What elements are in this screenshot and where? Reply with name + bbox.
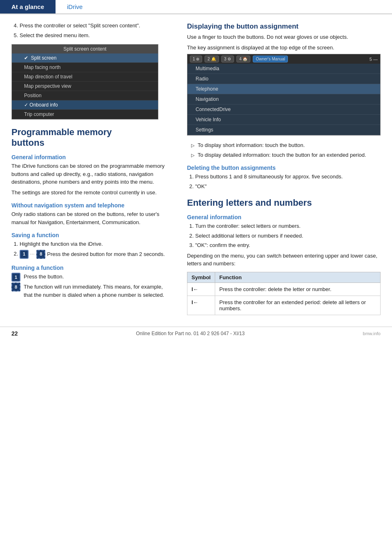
idrive-menu-settings: Settings [187,125,380,135]
idrive-btn-owners-manual: Owner's Manual [253,56,288,62]
idrive-menu-telephone: Telephone [187,84,380,94]
saving-step2: 1 ··· 8 Press the desired button for mor… [20,250,172,259]
idrive-menu-connecteddrive: ConnectedDrive [187,105,380,115]
delete-step2: "OK" [195,182,381,191]
idrive-menu-multimedia: Multimedia [187,64,380,74]
idrive-menu-navigation: Navigation [187,94,380,105]
running-btn-8-icon: 8 [11,282,20,291]
menu-title-bar: Split screen content [12,44,158,53]
general-info2-subtitle: General information [187,214,381,220]
menu-item-split-screen: ✔ Split screen [12,53,158,63]
menu-item-position: Position [12,91,158,100]
without-nav-para: Only radio stations can be stored on the… [11,210,172,226]
entering-step1: Turn the controller: select letters or n… [195,222,381,230]
edition-text: Online Edition for Part no. 01 40 2 926 … [136,331,245,336]
menu-item-trip-computer: Trip computer [12,110,158,119]
function-cell-2: Press the controller for an extended per… [215,296,380,315]
idrive-btn-4: 4 🏠 [236,56,250,62]
menu-item-onboard-info: ✓ Onboard info [12,100,158,110]
entering-step2: Select additional letters or numbers if … [195,232,381,240]
bullet-detailed-info: To display detailed information: touch t… [191,151,381,159]
idrive-btn-2: 2 🔔 [205,56,218,62]
step-5: Select the desired menu item. [20,31,172,40]
split-screen-menu: Split screen content ✔ Split screen Map … [11,44,158,120]
running-step-icons: 1 8 [11,273,20,291]
menu-item-map-direction: Map direction of travel [12,72,158,82]
general-info-para2: The settings are stored for the remote c… [11,189,172,197]
bullet-short-info: To display short information: touch the … [191,141,381,149]
footer: 22 Online Edition for Part no. 01 40 2 9… [0,327,392,340]
symbol-cell-1: I← [187,282,215,296]
step-4: Press the controller or select "Split sc… [20,22,172,30]
tab-at-a-glance[interactable]: At a glance [0,0,56,13]
idrive-menu-vehicle-info: Vehicle Info [187,115,380,125]
button-1-icon: 1 [20,250,29,259]
entering-steps: Turn the controller: select letters or n… [187,222,381,249]
idrive-top-bar: 1 ⊕ 2 🔔 3 ⚙ 4 🏠 Owner's Manual 5 — [187,54,380,64]
menu-item-map-perspective: Map perspective view [12,82,158,91]
button-8-icon: 8 [36,250,45,259]
header-tabs: At a glance iDrive [0,0,392,14]
right-column: Displaying the button assignment Use a f… [180,22,392,315]
left-column: Press the controller or select "Split sc… [0,22,180,315]
idrive-menu-radio: Radio [187,74,380,84]
function-cell-1: Press the controller: delete the letter … [215,282,380,296]
dots-icon: ··· [30,251,35,257]
running-para: The function will run immediately. This … [24,283,172,299]
general-info-subtitle: General information [11,154,172,160]
idrive-screen: 1 ⊕ 2 🔔 3 ⚙ 4 🏠 Owner's Manual 5 — Multi… [187,54,381,136]
running-subtitle: Running a function [11,265,172,271]
general-info-para1: The iDrive functions can be stored on th… [11,162,172,186]
saving-steps: Highlight the function via the iDrive. 1… [11,240,172,259]
running-step-text-block: Press the button. The function will run … [24,273,172,302]
delete-step1: Press buttons 1 and 8 simultaneously for… [195,173,381,181]
footer-logo: bmw.info [363,331,381,336]
table-row: I← Press the controller: delete the lett… [187,282,381,296]
idrive-btn-1: 1 ⊕ [190,56,202,62]
programmable-memory-title: Programmable memorybuttons [11,127,172,148]
running-step-row: 1 8 Press the button. The function will … [11,273,172,302]
running-step-text: Press the button. [24,273,172,281]
display-para2: The key assignment is displayed at the t… [187,44,381,52]
entering-title: Entering letters and numbers [187,198,381,208]
symbol-col-header: Symbol [187,272,215,282]
table-row: I← Press the controller for an extended … [187,296,381,315]
idrive-btn-3: 3 ⚙ [221,56,234,62]
delete-title: Deleting the button assignments [187,165,381,171]
running-btn-1-icon: 1 [11,273,20,282]
menu-item-map-north: Map facing north [12,63,158,72]
main-content: Press the controller or select "Split sc… [0,14,392,315]
saving-step2-icons: 1 ··· 8 Press the desired button for mor… [20,250,172,259]
symbol-cell-2: I← [187,296,215,315]
entering-step3: "OK": confirm the entry. [195,241,381,249]
page-number: 22 [11,330,18,337]
without-nav-subtitle: Without navigation system and telephone [11,202,172,209]
idrive-btn-5: 5 — [370,57,378,62]
saving-step1: Highlight the function via the iDrive. [20,240,172,248]
function-col-header: Function [215,272,380,282]
symbol-table: Symbol Function I← Press the controller:… [187,272,381,315]
steps-list: Press the controller or select "Split sc… [11,22,172,39]
saving-step2-text: Press the desired button for more than 2… [47,250,165,258]
entering-para: Depending on the menu, you can switch be… [187,252,381,268]
saving-subtitle: Saving a function [11,232,172,238]
display-title: Displaying the button assignment [187,22,381,31]
delete-steps: Press buttons 1 and 8 simultaneously for… [187,173,381,190]
tab-idrive[interactable]: iDrive [56,0,94,13]
display-para1: Use a finger to touch the buttons. Do no… [187,33,381,41]
display-bullets: To display short information: touch the … [187,141,381,159]
